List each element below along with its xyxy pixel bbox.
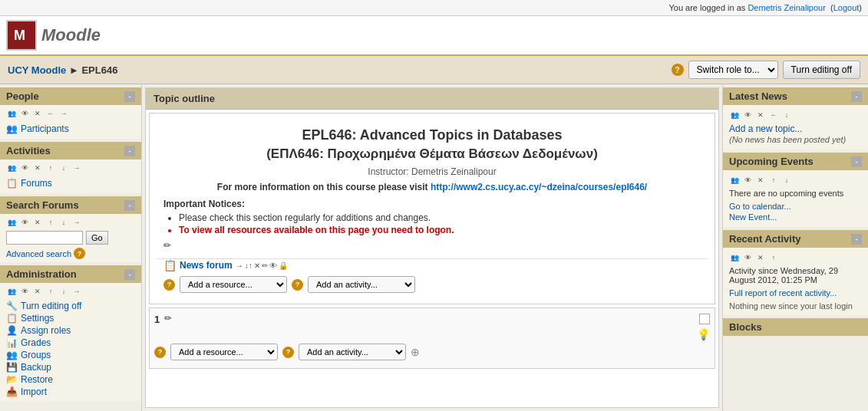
logo-text: Moodle bbox=[41, 25, 101, 45]
activities-title: Activities bbox=[6, 145, 51, 156]
participants-row: 👥 Participants bbox=[6, 122, 135, 136]
people-x-icon[interactable]: ✕ bbox=[32, 108, 43, 119]
sf-right-icon[interactable]: → bbox=[71, 217, 82, 228]
search-forums-input[interactable] bbox=[6, 231, 83, 245]
ra-eye-icon[interactable]: 👁 bbox=[742, 252, 753, 263]
breadcrumb-home[interactable]: UCY Moodle bbox=[8, 64, 66, 76]
section-1-edit[interactable]: ✏ bbox=[164, 313, 177, 325]
full-report-link[interactable]: Full report of recent activity... bbox=[729, 288, 837, 298]
act-right-icon[interactable]: → bbox=[71, 163, 82, 173]
new-event-link[interactable]: New Event... bbox=[729, 212, 777, 222]
s1-move-icon[interactable]: ⊕ bbox=[411, 346, 420, 358]
turn-editing-button[interactable]: Turn editing off bbox=[783, 61, 860, 79]
help-icon[interactable]: ? bbox=[672, 64, 684, 76]
people-right-icon[interactable]: → bbox=[58, 108, 69, 119]
recent-activity-collapse[interactable]: - bbox=[851, 234, 862, 245]
s1-add-activity-select[interactable]: Add an activity... bbox=[299, 344, 406, 360]
admin-turn-editing-link[interactable]: 🔧 Turn editing off bbox=[6, 300, 135, 312]
advanced-search-help-icon[interactable]: ? bbox=[74, 248, 85, 259]
admin-groups-link[interactable]: 👥 Groups bbox=[6, 349, 135, 361]
breadcrumb-right: ? Switch role to... Turn editing off bbox=[672, 61, 860, 79]
act-down-icon[interactable]: ↓ bbox=[58, 163, 69, 173]
ln-edit-icon[interactable]: 👥 bbox=[729, 110, 740, 120]
people-block-content: 👥 👁 ✕ ← → 👥 Participants bbox=[0, 105, 141, 139]
ln-left-icon[interactable]: ← bbox=[768, 110, 779, 120]
administration-block: Administration - 👥 👁 ✕ ↑ ↓ → 🔧 Turn edit… bbox=[0, 265, 141, 401]
latest-news-collapse[interactable]: - bbox=[851, 91, 862, 102]
course-url-link[interactable]: http://www2.cs.ucy.ac.cy/~dzeina/courses… bbox=[431, 182, 647, 192]
forum-x-icon[interactable]: ✕ bbox=[254, 261, 260, 270]
act-up-icon[interactable]: ↑ bbox=[45, 163, 56, 173]
ue-eye-icon[interactable]: 👁 bbox=[742, 175, 753, 186]
ue-x-icon[interactable]: ✕ bbox=[755, 175, 766, 186]
sf-edit-icon[interactable]: 👥 bbox=[6, 217, 17, 228]
ue-up-icon[interactable]: ↑ bbox=[768, 175, 779, 186]
advanced-search-link[interactable]: Advanced search ? bbox=[6, 248, 135, 259]
adm-down-icon[interactable]: ↓ bbox=[58, 286, 69, 297]
forum-eye-icon[interactable]: 👁 bbox=[269, 261, 277, 270]
adm-edit-icon[interactable]: 👥 bbox=[6, 286, 17, 297]
logout-link[interactable]: Logout bbox=[833, 3, 860, 12]
section-1-checkbox[interactable] bbox=[699, 314, 710, 324]
collapse-icon[interactable]: - bbox=[124, 91, 135, 102]
add-activity-help-icon[interactable]: ? bbox=[292, 279, 303, 291]
activities-collapse-icon[interactable]: - bbox=[124, 146, 135, 156]
admin-backup-link[interactable]: 💾 Backup bbox=[6, 361, 135, 373]
admin-collapse-icon[interactable]: - bbox=[124, 269, 135, 280]
adm-x-icon[interactable]: ✕ bbox=[32, 286, 43, 297]
act-x-icon[interactable]: ✕ bbox=[32, 163, 43, 173]
s1-add-activity-help[interactable]: ? bbox=[282, 347, 294, 358]
participants-link[interactable]: 👥 Participants bbox=[6, 122, 135, 136]
notice-2: To view all resources available on this … bbox=[179, 225, 701, 235]
ra-edit-icon[interactable]: 👥 bbox=[729, 252, 740, 263]
sf-eye-icon[interactable]: 👁 bbox=[19, 217, 30, 228]
upcoming-events-block: Upcoming Events - 👥 👁 ✕ ↑ ↓ There are no… bbox=[723, 153, 868, 227]
people-left-icon[interactable]: ← bbox=[45, 108, 56, 119]
adm-eye-icon[interactable]: 👁 bbox=[19, 286, 30, 297]
forum-edit-icon[interactable]: ✏ bbox=[262, 261, 268, 270]
forum-lock-icon[interactable]: 🔒 bbox=[279, 261, 288, 270]
username-link[interactable]: Demetris Zeinalipour bbox=[748, 3, 825, 12]
forums-link[interactable]: 📋 Forums bbox=[6, 176, 135, 190]
go-calendar-link[interactable]: Go to calendar... bbox=[729, 202, 791, 211]
switch-role-select[interactable]: Switch role to... bbox=[688, 61, 778, 79]
sf-down-icon[interactable]: ↓ bbox=[58, 217, 69, 228]
search-input-area: Go bbox=[6, 231, 135, 245]
admin-assign-roles-link[interactable]: 👤 Assign roles bbox=[6, 324, 135, 337]
ue-edit-icon[interactable]: 👥 bbox=[729, 175, 740, 186]
act-edit-icon[interactable]: 👥 bbox=[6, 163, 17, 173]
svg-text:M: M bbox=[14, 28, 25, 43]
admin-restore-link[interactable]: 📂 Restore bbox=[6, 373, 135, 386]
add-resource-help-icon[interactable]: ? bbox=[163, 279, 175, 291]
main-layout: People - 👥 👁 ✕ ← → 👥 Participants bbox=[0, 84, 868, 411]
search-go-button[interactable]: Go bbox=[86, 231, 108, 245]
s1-add-resource-select[interactable]: Add a resource... bbox=[170, 344, 278, 360]
forum-move-icon[interactable]: → bbox=[236, 261, 243, 270]
people-edit-icon[interactable]: 👥 bbox=[6, 108, 17, 119]
adm-up-icon[interactable]: ↑ bbox=[45, 286, 56, 297]
upcoming-events-collapse[interactable]: - bbox=[851, 156, 862, 167]
search-collapse-icon[interactable]: - bbox=[124, 200, 135, 211]
s1-add-resource-help[interactable]: ? bbox=[154, 347, 166, 358]
activities-block-header: Activities - bbox=[0, 142, 141, 159]
ra-x-icon[interactable]: ✕ bbox=[755, 252, 766, 263]
sf-x-icon[interactable]: ✕ bbox=[32, 217, 43, 228]
add-activity-select[interactable]: Add an activity... bbox=[308, 276, 415, 293]
forum-arr-icon[interactable]: ↓↑ bbox=[245, 261, 252, 270]
add-resource-select[interactable]: Add a resource... bbox=[180, 276, 287, 293]
ln-x-icon[interactable]: ✕ bbox=[755, 110, 766, 120]
adm-right-icon[interactable]: → bbox=[71, 286, 82, 297]
admin-grades-link[interactable]: 📊 Grades bbox=[6, 337, 135, 349]
intro-edit-pencil[interactable]: ✏ bbox=[163, 240, 176, 252]
add-topic-link[interactable]: Add a new topic... bbox=[729, 123, 802, 134]
ln-eye-icon[interactable]: 👁 bbox=[742, 110, 753, 120]
people-eye-icon[interactable]: 👁 bbox=[19, 108, 30, 119]
ue-down-icon[interactable]: ↓ bbox=[781, 175, 792, 186]
ra-up-icon[interactable]: ↑ bbox=[768, 252, 779, 263]
sf-up-icon[interactable]: ↑ bbox=[45, 217, 56, 228]
admin-import-link[interactable]: 📥 Import bbox=[6, 386, 135, 398]
admin-settings-link[interactable]: 📋 Settings bbox=[6, 312, 135, 324]
news-forum-link[interactable]: News forum bbox=[180, 260, 233, 271]
act-eye-icon[interactable]: 👁 bbox=[19, 163, 30, 173]
ln-down-icon[interactable]: ↓ bbox=[781, 110, 792, 120]
